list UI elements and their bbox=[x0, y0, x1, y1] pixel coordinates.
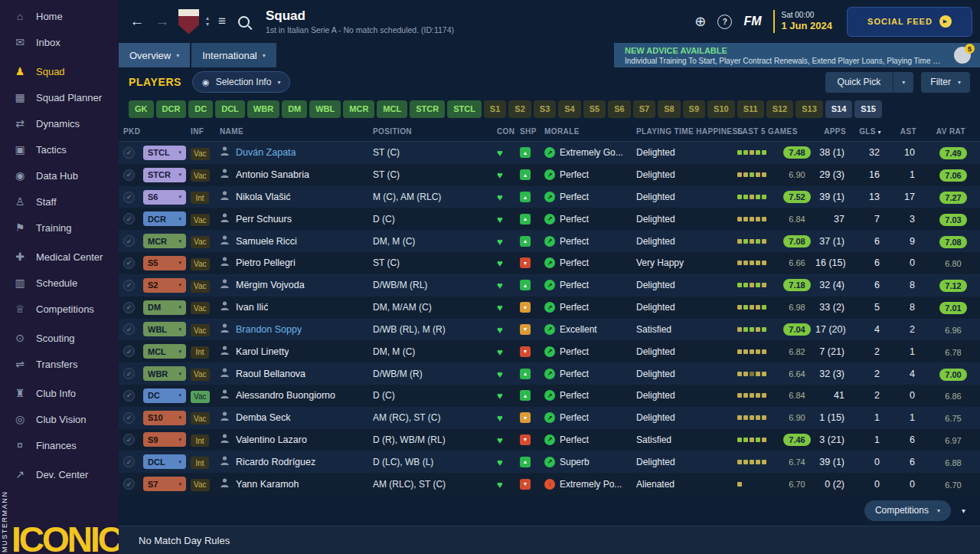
position-pick-badge[interactable]: S2▾ bbox=[143, 278, 186, 293]
table-row[interactable]: ✓WBR▾VacRaoul BellanovaD/WB/M (R)♥▲↗Perf… bbox=[119, 362, 980, 385]
table-row[interactable]: ✓S9▾IntValentino LazaroD (R), WB/M (RL)♥… bbox=[119, 429, 980, 451]
table-row[interactable]: ✓S2▾VacMërgim VojvodaD/WB/M (RL)♥▲↗Perfe… bbox=[119, 274, 980, 297]
player-name[interactable]: Antonio Sanabria bbox=[236, 169, 309, 180]
sidebar-item-competitions[interactable]: ♕Competitions bbox=[0, 296, 119, 322]
table-row[interactable]: ✓DC▾VacAlessandro BuongiornoD (C)♥▲↗Perf… bbox=[119, 385, 980, 407]
sidebar-item-transfers[interactable]: ⇌Transfers bbox=[0, 351, 119, 377]
col-gls[interactable]: GLS ▾ bbox=[854, 127, 887, 136]
sidebar-item-medical-center[interactable]: ✚Medical Center bbox=[0, 244, 119, 270]
row-checkbox[interactable]: ✓ bbox=[123, 169, 135, 181]
table-row[interactable]: ✓DM▾VacIvan IlićDM, M/AM (C)♥▼↗PerfectDe… bbox=[119, 297, 980, 319]
sidebar-item-tactics[interactable]: ▣Tactics bbox=[0, 136, 119, 162]
table-row[interactable]: ✓DCL▾IntRicardo RodríguezD (LC), WB (L)♥… bbox=[119, 451, 980, 473]
club-selector-chevrons[interactable]: ▴▾ bbox=[206, 15, 209, 28]
position-filter-stcl[interactable]: STCL bbox=[447, 100, 482, 118]
social-feed-button[interactable]: SOCIAL FEED ▶ bbox=[847, 7, 972, 37]
position-filter-stcr[interactable]: STCR bbox=[410, 100, 445, 118]
position-filter-dcr[interactable]: DCR bbox=[156, 100, 187, 118]
col-happiness[interactable]: PLAYING TIME HAPPINESS bbox=[636, 127, 736, 136]
player-name[interactable]: Demba Seck bbox=[236, 412, 291, 423]
player-name[interactable]: Duván Zapata bbox=[236, 147, 296, 158]
advice-panel[interactable]: NEW ADVICE AVAILABLE Individual Training… bbox=[614, 43, 980, 67]
player-name[interactable]: Alessandro Buongiorno bbox=[236, 390, 335, 401]
col-shp[interactable]: SHP bbox=[520, 127, 543, 136]
position-pick-badge[interactable]: STCR▾ bbox=[143, 168, 186, 182]
position-filter-s1[interactable]: S1 bbox=[484, 100, 506, 118]
row-checkbox[interactable]: ✓ bbox=[123, 213, 135, 225]
player-name[interactable]: Valentino Lazaro bbox=[236, 434, 307, 445]
position-filter-dcl[interactable]: DCL bbox=[215, 100, 245, 118]
position-filter-s11[interactable]: S11 bbox=[737, 100, 764, 118]
row-checkbox[interactable]: ✓ bbox=[123, 235, 135, 247]
position-filter-s10[interactable]: S10 bbox=[707, 100, 735, 118]
col-last5[interactable]: LAST 5 GAMES bbox=[737, 127, 814, 136]
tab-overview[interactable]: Overview▾ bbox=[119, 43, 190, 67]
sidebar-item-dev-center[interactable]: ↗Dev. Center bbox=[0, 461, 119, 487]
table-row[interactable]: ✓MCL▾IntKarol LinettyDM, M (C)♥▼↗Perfect… bbox=[119, 340, 980, 362]
club-badge[interactable] bbox=[178, 9, 199, 34]
position-filter-dc[interactable]: DC bbox=[188, 100, 213, 118]
col-apps[interactable]: APPS bbox=[815, 127, 852, 136]
position-pick-badge[interactable]: S5▾ bbox=[143, 256, 186, 270]
forward-button[interactable]: → bbox=[153, 13, 172, 30]
position-pick-badge[interactable]: WBR▾ bbox=[143, 366, 186, 381]
col-avrat[interactable]: AV RAT bbox=[924, 127, 972, 136]
table-row[interactable]: ✓MCR▾VacSamuele RicciDM, M (C)♥▲↗Perfect… bbox=[119, 230, 980, 252]
sidebar-item-dynamics[interactable]: ⇄Dynamics bbox=[0, 110, 119, 136]
row-checkbox[interactable]: ✓ bbox=[123, 412, 135, 424]
row-checkbox[interactable]: ✓ bbox=[123, 368, 135, 379]
row-checkbox[interactable]: ✓ bbox=[123, 147, 135, 159]
quick-pick-chevron[interactable]: ▾ bbox=[893, 79, 913, 86]
col-inf[interactable]: INF bbox=[191, 127, 218, 136]
player-name[interactable]: Yann Karamoh bbox=[236, 479, 299, 490]
sidebar-item-squad-planner[interactable]: ▦Squad Planner bbox=[0, 84, 119, 110]
position-pick-badge[interactable]: MCR▾ bbox=[143, 234, 186, 248]
player-name[interactable]: Pietro Pellegri bbox=[236, 257, 296, 268]
position-filter-s2[interactable]: S2 bbox=[508, 100, 531, 118]
menu-icon[interactable]: ≡ bbox=[218, 14, 226, 29]
position-filter-s8[interactable]: S8 bbox=[658, 100, 680, 118]
sidebar-item-inbox[interactable]: ✉Inbox bbox=[0, 29, 119, 55]
col-ast[interactable]: AST bbox=[889, 127, 923, 136]
position-pick-badge[interactable]: DC▾ bbox=[143, 388, 186, 403]
position-pick-badge[interactable]: DCL▾ bbox=[143, 454, 186, 469]
tab-international[interactable]: International▾ bbox=[191, 43, 276, 67]
position-filter-mcr[interactable]: MCR bbox=[343, 100, 374, 118]
sidebar-item-club-info[interactable]: ♜Club Info bbox=[0, 380, 119, 406]
table-row[interactable]: ✓S10▾VacDemba SeckAM (RC), ST (C)♥▼↗Perf… bbox=[119, 407, 980, 429]
position-pick-badge[interactable]: STCL▾ bbox=[143, 146, 186, 160]
sidebar-item-home[interactable]: ⌂Home bbox=[0, 3, 119, 29]
position-filter-s15[interactable]: S15 bbox=[854, 100, 882, 118]
position-pick-badge[interactable]: DM▾ bbox=[143, 300, 186, 315]
player-name[interactable]: Brandon Soppy bbox=[236, 324, 302, 335]
scroll-down-chevron[interactable]: ▾ bbox=[958, 504, 969, 517]
row-checkbox[interactable]: ✓ bbox=[123, 346, 135, 357]
table-row[interactable]: ✓WBL▾VacBrandon SoppyD/WB (RL), M (R)♥▼↗… bbox=[119, 319, 980, 341]
selection-info-dropdown[interactable]: ◉ Selection Info ▾ bbox=[192, 71, 290, 93]
position-filter-s4[interactable]: S4 bbox=[558, 100, 580, 118]
table-row[interactable]: ✓STCR▾VacAntonio SanabriaST (C)♥▲↗Perfec… bbox=[119, 164, 980, 186]
player-name[interactable]: Nikola Vlašić bbox=[236, 192, 291, 202]
col-morale[interactable]: MORALE bbox=[544, 127, 635, 136]
player-name[interactable]: Mërgim Vojvoda bbox=[236, 280, 305, 290]
table-row[interactable]: ✓S6▾IntNikola VlašićM (C), AM (RLC)♥▲↗Pe… bbox=[119, 186, 980, 208]
player-name[interactable]: Perr Schuurs bbox=[236, 214, 292, 225]
position-filter-dm[interactable]: DM bbox=[282, 100, 307, 118]
quick-pick-button[interactable]: Quick Pick ▾ bbox=[825, 72, 914, 93]
row-checkbox[interactable]: ✓ bbox=[123, 434, 135, 445]
table-row[interactable]: ✓DCR▾VacPerr SchuursD (C)♥▲↗PerfectDelig… bbox=[119, 208, 980, 230]
position-pick-badge[interactable]: S10▾ bbox=[143, 411, 186, 425]
position-filter-wbl[interactable]: WBL bbox=[309, 100, 341, 118]
position-pick-badge[interactable]: WBL▾ bbox=[143, 322, 186, 336]
table-row[interactable]: ✓S5▾VacPietro PellegriST (C)♥▼↗PerfectVe… bbox=[119, 252, 980, 274]
globe-icon[interactable]: ⊕ bbox=[694, 13, 706, 30]
sidebar-item-scouting[interactable]: ⊙Scouting bbox=[0, 325, 119, 351]
sidebar-item-finances[interactable]: ¤Finances bbox=[0, 432, 119, 458]
position-filter-s7[interactable]: S7 bbox=[633, 100, 655, 118]
player-name[interactable]: Ricardo Rodríguez bbox=[236, 457, 315, 467]
table-row[interactable]: ✓STCL▾VacDuván ZapataST (C)♥▲↗Extremely … bbox=[119, 142, 980, 164]
position-pick-badge[interactable]: S7▾ bbox=[143, 477, 186, 491]
row-checkbox[interactable]: ✓ bbox=[123, 257, 135, 269]
col-name[interactable]: NAME bbox=[220, 127, 371, 136]
position-filter-s9[interactable]: S9 bbox=[683, 100, 705, 118]
